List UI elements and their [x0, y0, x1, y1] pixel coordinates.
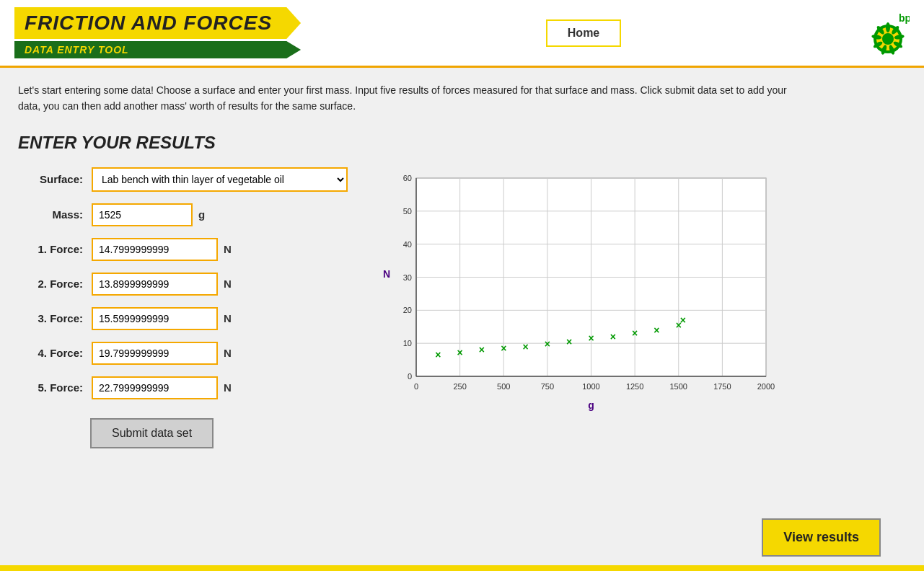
force-input-5[interactable] [92, 376, 218, 399]
force-label-3: 3. Force: [18, 312, 83, 324]
svg-text:×: × [610, 331, 616, 342]
svg-text:g: g [588, 399, 594, 411]
force-row-4: 4. Force: N [18, 342, 348, 365]
svg-text:250: 250 [453, 382, 466, 391]
svg-text:50: 50 [403, 207, 412, 216]
main-content: Let's start entering some data! Choose a… [0, 68, 924, 463]
svg-text:20: 20 [403, 306, 412, 314]
force-unit-2: N [224, 278, 232, 290]
svg-text:×: × [632, 327, 638, 338]
mass-label: Mass: [18, 208, 83, 221]
force-input-1[interactable] [92, 238, 218, 261]
form-area: Surface: Lab bench with thin layer of ve… [18, 167, 348, 448]
svg-text:×: × [435, 349, 441, 360]
svg-text:×: × [654, 324, 659, 336]
svg-text:1500: 1500 [670, 382, 687, 391]
svg-text:0: 0 [414, 382, 418, 391]
bp-logo: bp [866, 12, 910, 55]
force-input-2[interactable] [92, 273, 218, 296]
form-chart-area: Surface: Lab bench with thin layer of ve… [18, 167, 906, 448]
app-title: FRICTION AND FORCES [25, 12, 272, 35]
svg-text:30: 30 [403, 273, 412, 281]
force-unit-4: N [224, 347, 232, 359]
svg-text:×: × [457, 347, 463, 358]
chart-container: 0250500750100012501500175020000102030405… [377, 167, 906, 415]
logo-area: FRICTION AND FORCES DATA ENTRY TOOL [14, 7, 301, 58]
surface-select[interactable]: Lab bench with thin layer of vegetable o… [92, 167, 348, 192]
force-row-1: 1. Force: N [18, 238, 348, 261]
svg-text:500: 500 [497, 382, 510, 391]
force-label-1: 1. Force: [18, 243, 83, 255]
force-row-2: 2. Force: N [18, 273, 348, 296]
mass-unit: g [198, 208, 205, 221]
svg-text:0: 0 [408, 372, 412, 381]
submit-button[interactable]: Submit data set [90, 418, 214, 448]
mass-row: Mass: g [18, 203, 348, 226]
force-row-3: 3. Force: N [18, 307, 348, 330]
svg-text:bp: bp [899, 12, 910, 24]
svg-text:10: 10 [403, 339, 412, 348]
svg-text:60: 60 [403, 174, 412, 182]
svg-text:×: × [680, 314, 686, 326]
svg-text:×: × [588, 332, 594, 344]
subtitle-banner: DATA ENTRY TOOL [14, 41, 301, 58]
bottom-bar [0, 565, 924, 571]
svg-text:×: × [545, 338, 550, 350]
svg-text:40: 40 [403, 239, 412, 248]
title-banner: FRICTION AND FORCES [14, 7, 301, 39]
svg-point-12 [882, 33, 894, 45]
view-results-button[interactable]: View results [762, 518, 881, 557]
chart-svg: 0250500750100012501500175020000102030405… [377, 167, 780, 412]
force-label-2: 2. Force: [18, 278, 83, 290]
mass-input[interactable] [92, 203, 193, 226]
svg-point-3 [886, 22, 890, 32]
svg-text:750: 750 [541, 382, 554, 391]
app-subtitle: DATA ENTRY TOOL [25, 44, 129, 56]
svg-text:×: × [501, 342, 506, 354]
svg-text:1250: 1250 [626, 382, 643, 391]
svg-text:×: × [522, 341, 528, 353]
surface-label: Surface: [18, 173, 83, 185]
surface-row: Surface: Lab bench with thin layer of ve… [18, 167, 348, 192]
force-unit-5: N [224, 381, 232, 394]
force-label-4: 4. Force: [18, 347, 83, 359]
instructions: Let's start entering some data! Choose a… [18, 82, 811, 115]
svg-text:×: × [566, 336, 572, 348]
home-button[interactable]: Home [546, 19, 621, 47]
svg-text:2000: 2000 [757, 382, 775, 391]
force-unit-1: N [224, 243, 232, 255]
svg-text:1000: 1000 [582, 382, 599, 391]
force-label-5: 5. Force: [18, 381, 83, 394]
force-row-5: 5. Force: N [18, 376, 348, 399]
svg-text:×: × [479, 344, 485, 355]
force-input-4[interactable] [92, 342, 218, 365]
section-title: ENTER YOUR RESULTS [18, 133, 906, 153]
svg-text:N: N [383, 267, 390, 279]
header: FRICTION AND FORCES DATA ENTRY TOOL Home… [0, 0, 924, 68]
force-unit-3: N [224, 312, 232, 324]
svg-text:1750: 1750 [713, 382, 731, 391]
force-input-3[interactable] [92, 307, 218, 330]
